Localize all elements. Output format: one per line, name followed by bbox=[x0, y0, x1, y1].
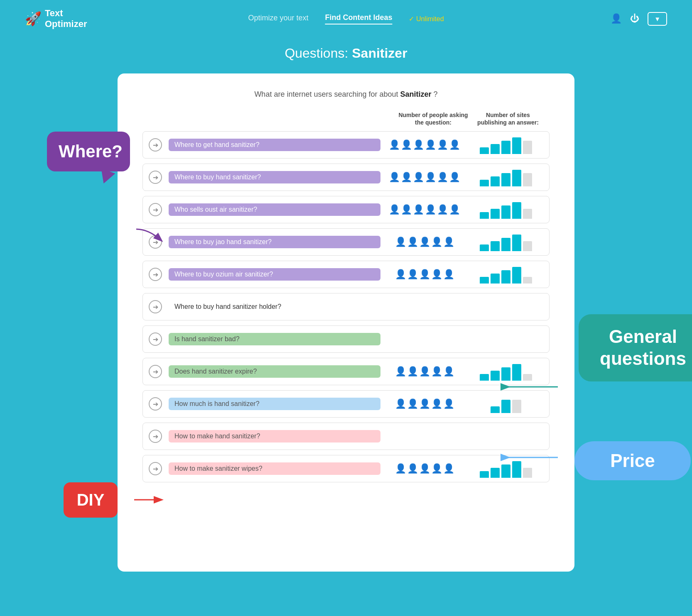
language-button[interactable]: ▼ bbox=[648, 12, 667, 26]
person-orange-icon: 👤 bbox=[407, 269, 418, 280]
page-title-area: Questions: Sanitizer bbox=[0, 37, 692, 61]
nav-unlimited: ✓ Unlimited bbox=[409, 15, 444, 23]
logo: 🚀 Text Optimizer bbox=[25, 8, 87, 30]
bar-segment bbox=[501, 205, 510, 219]
person-gray-icon: 👤 bbox=[425, 172, 436, 183]
questions-list: ➔Where to get hand sanitizer?👤👤👤👤👤👤➔Wher… bbox=[142, 131, 550, 482]
bar-segment bbox=[480, 244, 489, 251]
bar-segment bbox=[512, 400, 521, 413]
people-icons: 👤👤👤👤👤 bbox=[387, 463, 462, 474]
person-gray-icon: 👤 bbox=[443, 237, 454, 247]
bar-segment bbox=[501, 367, 510, 381]
row-expand-button[interactable]: ➔ bbox=[149, 332, 162, 346]
question-row[interactable]: ➔Where to buy jao hand sanitizer?👤👤👤👤👤 bbox=[142, 228, 550, 256]
people-icons: 👤👤👤👤👤 bbox=[387, 269, 462, 280]
bar-segment bbox=[512, 137, 521, 154]
callout-price: Price bbox=[574, 441, 691, 480]
person-gray-icon: 👤 bbox=[431, 237, 442, 247]
bar-segment bbox=[480, 374, 489, 381]
question-row[interactable]: ➔Where to buy hand sanitizer holder? bbox=[142, 293, 550, 320]
bar-chart bbox=[469, 427, 543, 445]
person-orange-icon: 👤 bbox=[389, 204, 400, 215]
person-orange-icon: 👤 bbox=[407, 366, 418, 377]
person-orange-icon: 👤 bbox=[419, 366, 430, 377]
question-row[interactable]: ➔Is hand sanitizer bad? bbox=[142, 325, 550, 353]
nav-optimize[interactable]: Optimize your text bbox=[248, 14, 308, 24]
question-label: How to make sanitizer wipes? bbox=[169, 462, 380, 475]
lang-chevron-icon: ▼ bbox=[654, 15, 660, 22]
question-label: Where to get hand sanitizer? bbox=[169, 139, 380, 151]
arrow-where bbox=[132, 227, 165, 244]
bar-segment bbox=[501, 238, 510, 251]
question-row[interactable]: ➔Where to buy ozium air sanitizer?👤👤👤👤👤 bbox=[142, 261, 550, 288]
person-gray-icon: 👤 bbox=[419, 398, 430, 409]
people-icons: 👤👤👤👤👤👤 bbox=[387, 139, 462, 150]
nav-find-content[interactable]: Find Content Ideas bbox=[325, 13, 392, 24]
question-row[interactable]: ➔How much is hand sanitizer?👤👤👤👤👤 bbox=[142, 390, 550, 418]
person-orange-icon: 👤 bbox=[389, 139, 400, 150]
row-expand-button[interactable]: ➔ bbox=[149, 430, 162, 443]
bar-segment bbox=[523, 241, 532, 251]
person-orange-icon: 👤 bbox=[413, 204, 424, 215]
header-right: 👤 ⏻ ▼ bbox=[611, 12, 667, 26]
bar-segment bbox=[491, 209, 500, 219]
bar-segment bbox=[480, 180, 489, 186]
question-label: How much is hand sanitizer? bbox=[169, 398, 380, 410]
row-expand-button[interactable]: ➔ bbox=[149, 138, 162, 152]
question-label: Is hand sanitizer bad? bbox=[169, 333, 380, 345]
subtitle: What are internet users searching for ab… bbox=[142, 90, 550, 99]
power-icon[interactable]: ⏻ bbox=[630, 13, 639, 24]
person-gray-icon: 👤 bbox=[449, 139, 460, 150]
question-row[interactable]: ➔Who sells oust air sanitizer?👤👤👤👤👤👤 bbox=[142, 196, 550, 223]
row-expand-button[interactable]: ➔ bbox=[149, 171, 162, 184]
row-expand-button[interactable]: ➔ bbox=[149, 203, 162, 216]
main-card: Where? What are internet users searching… bbox=[118, 73, 574, 572]
person-orange-icon: 👤 bbox=[419, 237, 430, 247]
question-label: Where to buy jao hand sanitizer? bbox=[169, 236, 380, 248]
logo-text: Text Optimizer bbox=[45, 8, 87, 30]
question-row[interactable]: ➔Does hand sanitizer expire?👤👤👤👤👤 bbox=[142, 358, 550, 385]
bar-chart bbox=[469, 395, 543, 413]
bar-chart bbox=[469, 298, 543, 316]
question-row[interactable]: ➔How to make hand sanitizer? bbox=[142, 423, 550, 450]
people-icons: 👤👤👤👤👤 bbox=[387, 398, 462, 409]
bar-segment bbox=[512, 364, 521, 381]
person-gray-icon: 👤 bbox=[443, 366, 454, 377]
row-expand-button[interactable]: ➔ bbox=[149, 462, 162, 475]
person-orange-icon: 👤 bbox=[407, 398, 418, 409]
people-icons: 👤👤👤👤👤👤 bbox=[387, 172, 462, 183]
main-nav: Optimize your text Find Content Ideas ✓ … bbox=[248, 13, 444, 24]
question-row[interactable]: ➔Where to buy hand sanitizer?👤👤👤👤👤👤 bbox=[142, 164, 550, 191]
bar-segment bbox=[512, 202, 521, 219]
row-expand-button[interactable]: ➔ bbox=[149, 300, 162, 313]
person-gray-icon: 👤 bbox=[449, 204, 460, 215]
row-expand-button[interactable]: ➔ bbox=[149, 397, 162, 411]
bar-segment bbox=[491, 406, 500, 413]
callout-diy: DIY bbox=[64, 482, 118, 518]
bar-segment bbox=[501, 400, 510, 413]
row-expand-button[interactable]: ➔ bbox=[149, 268, 162, 281]
person-gray-icon: 👤 bbox=[431, 463, 442, 474]
people-icons: 👤👤👤👤👤 bbox=[387, 366, 462, 377]
question-row[interactable]: ➔How to make sanitizer wipes?👤👤👤👤👤 bbox=[142, 455, 550, 482]
page-title-prefix: Questions: bbox=[285, 46, 352, 61]
question-row[interactable]: ➔Where to get hand sanitizer?👤👤👤👤👤👤 bbox=[142, 131, 550, 159]
bar-segment bbox=[480, 277, 489, 284]
person-orange-icon: 👤 bbox=[425, 139, 436, 150]
bar-segment bbox=[491, 371, 500, 381]
bar-segment bbox=[512, 461, 521, 478]
column-headers: Number of people asking the question: Nu… bbox=[142, 111, 550, 126]
person-orange-icon: 👤 bbox=[395, 463, 406, 474]
bar-segment bbox=[491, 274, 500, 284]
person-orange-icon: 👤 bbox=[395, 398, 406, 409]
header: 🚀 Text Optimizer Optimize your text Find… bbox=[0, 0, 692, 37]
person-orange-icon: 👤 bbox=[413, 139, 424, 150]
bar-chart bbox=[469, 136, 543, 154]
user-icon[interactable]: 👤 bbox=[611, 13, 622, 24]
bar-chart bbox=[469, 200, 543, 219]
col-header-sites: Number of sites publishing an answer: bbox=[471, 111, 545, 126]
bar-segment bbox=[491, 468, 500, 478]
person-orange-icon: 👤 bbox=[401, 204, 412, 215]
bar-chart bbox=[469, 362, 543, 381]
row-expand-button[interactable]: ➔ bbox=[149, 365, 162, 378]
